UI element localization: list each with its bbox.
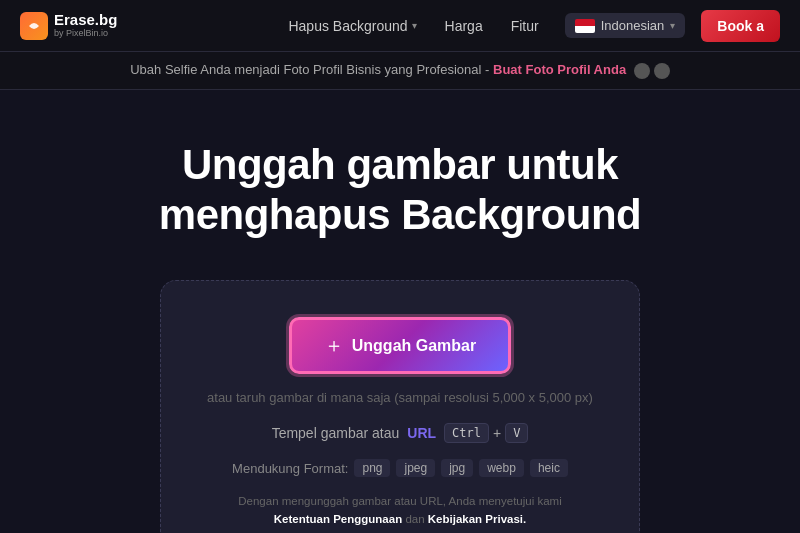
nav-links: Hapus Background ▾ Harga Fitur Indonesia… (278, 10, 780, 42)
keyboard-shortcut: Ctrl + V (444, 423, 528, 443)
promo-banner: Ubah Selfie Anda menjadi Foto Profil Bis… (0, 52, 800, 90)
logo-icon (20, 12, 48, 40)
format-png: png (354, 459, 390, 477)
chevron-down-icon: ▾ (412, 20, 417, 31)
book-button[interactable]: Book a (701, 10, 780, 42)
url-paste-row: Tempel gambar atau URL Ctrl + V (191, 423, 609, 443)
plus-icon: ＋ (324, 332, 344, 359)
promo-link[interactable]: Buat Foto Profil Anda (493, 62, 626, 77)
nav-harga[interactable]: Harga (435, 12, 493, 40)
language-selector[interactable]: Indonesian ▾ (565, 13, 686, 38)
hero-title: Unggah gambar untuk menghapus Background (20, 140, 780, 241)
url-keyword: URL (407, 425, 436, 441)
terms-text: Dengan mengunggah gambar atau URL, Anda … (230, 493, 570, 528)
nav-hapus-background[interactable]: Hapus Background ▾ (278, 12, 426, 40)
upload-button[interactable]: ＋ Unggah Gambar (289, 317, 511, 374)
person-icon-2 (654, 63, 670, 79)
upload-dropzone[interactable]: ＋ Unggah Gambar atau taruh gambar di man… (160, 280, 640, 533)
flag-icon (575, 19, 595, 33)
format-jpg: jpg (441, 459, 473, 477)
logo-text: Erase.bg by PixelBin.io (54, 12, 117, 38)
formats-row: Mendukung Format: png jpeg jpg webp heic (191, 459, 609, 477)
upload-button-wrapper: ＋ Unggah Gambar (191, 317, 609, 374)
main-content: Unggah gambar untuk menghapus Background… (0, 90, 800, 533)
person-icon-1 (634, 63, 650, 79)
navbar: Erase.bg by PixelBin.io Hapus Background… (0, 0, 800, 52)
drop-hint: atau taruh gambar di mana saja (sampai r… (191, 390, 609, 405)
logo[interactable]: Erase.bg by PixelBin.io (20, 12, 117, 40)
ctrl-key: Ctrl (444, 423, 489, 443)
chevron-down-icon: ▾ (670, 20, 675, 31)
privacy-link[interactable]: Kebijakan Privasi. (428, 513, 526, 525)
v-key: V (505, 423, 528, 443)
nav-fitur[interactable]: Fitur (501, 12, 549, 40)
format-heic: heic (530, 459, 568, 477)
promo-icons (634, 63, 670, 79)
format-jpeg: jpeg (396, 459, 435, 477)
terms-link[interactable]: Ketentuan Penggunaan (274, 513, 402, 525)
format-webp: webp (479, 459, 524, 477)
